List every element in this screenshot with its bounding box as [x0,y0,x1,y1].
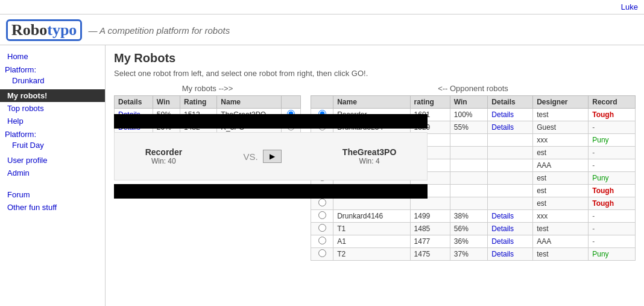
opp-robot-rating: 1477 [410,235,450,248]
user-link[interactable]: Luke [621,2,638,11]
col-win-my: Win [153,96,180,109]
opp-robot-radio[interactable] [311,235,333,248]
sidebar-item-help[interactable]: Help [0,115,105,127]
opp-robot-win [450,197,488,210]
opp-robot-name: Drunkard4146 [333,210,410,223]
go-button[interactable]: ▶ [263,150,282,163]
opp-robot-win: 37% [450,248,488,261]
opp-details-link[interactable]: Details [491,123,514,132]
col-win-opp: Win [450,96,488,109]
opp-robot-record: - [589,223,636,235]
tagline: — A competition platform for robots [88,25,230,36]
battle-middle: Recorder Win: 40 VS. ▶ TheGreat3PO Win: … [114,132,428,180]
opp-robot-record: - [589,235,636,248]
vs-text: VS. [243,151,257,162]
opp-robot-record: - [589,210,636,223]
col-rating-opp: rating [410,96,450,109]
opp-robot-row: T2 1475 37% Details test Puny [311,248,636,261]
opp-robot-details[interactable]: Details [488,210,533,223]
top-bar: Luke [0,0,644,14]
opp-robot-designer: AAA [533,159,589,172]
sidebar-platform2-link[interactable]: Fruit Day [5,139,100,151]
opp-robot-details[interactable] [488,159,533,172]
opp-robot-designer: xxx [533,210,589,223]
opp-robot-radio[interactable] [311,248,333,261]
opp-robot-record: Tough [589,197,636,210]
opp-robot-win: 100% [450,109,488,121]
opp-robot-win [450,134,488,147]
opp-robot-win: 36% [450,235,488,248]
sidebar-platform1-link[interactable]: Drunkard [5,74,100,87]
right-robot-wins: Win: 4 [343,157,396,165]
left-robot-wins: Win: 40 [145,157,182,165]
vs-area: VS. ▶ [243,150,281,163]
sidebar-item-forum[interactable]: Forum [0,188,105,201]
opp-robot-details[interactable] [488,197,533,210]
opp-robot-details[interactable] [488,185,533,197]
left-robot: Recorder Win: 40 [145,147,182,165]
sidebar-item-top-robots[interactable]: Top robots [0,102,105,115]
opp-robot-rating: 1485 [410,223,450,235]
col-name-my: Name [217,96,282,109]
opp-robot-designer: test [533,109,589,121]
opp-robot-name: T1 [333,223,410,235]
opp-robot-rating: 1499 [410,210,450,223]
opp-robot-details[interactable] [488,172,533,185]
opp-robot-rating [410,197,450,210]
opp-robot-details[interactable] [488,147,533,159]
opp-robot-win [450,185,488,197]
sidebar-item-home[interactable]: Home [0,50,105,63]
opp-robot-record: Tough [589,109,636,121]
battle-bar-bottom [114,184,428,199]
col-designer-opp: Designer [533,96,589,109]
opp-robot-record: Puny [589,248,636,261]
opp-robot-record: Tough [589,185,636,197]
opp-robot-details[interactable] [488,134,533,147]
sidebar-item-user-profile[interactable]: User profile [0,154,105,167]
sidebar-platform1: Platform: Drunkard [0,63,105,89]
opp-robot-record: Puny [589,134,636,147]
opp-robot-radio[interactable] [311,197,333,210]
opp-details-link[interactable]: Details [491,212,514,220]
opp-details-link[interactable]: Details [491,237,514,246]
opp-details-link[interactable]: Details [491,225,514,233]
opp-robot-win [450,147,488,159]
battle-overlay: Recorder Win: 40 VS. ▶ TheGreat3PO Win: … [114,114,428,199]
opp-robot-record: - [589,147,636,159]
page-title: My Robots [114,51,636,65]
opp-robot-win: 55% [450,121,488,134]
opp-robot-row: T1 1485 56% Details test - [311,223,636,235]
sidebar-item-admin[interactable]: Admin [0,167,105,179]
layout: Home Platform: Drunkard My robots! Top r… [0,45,644,306]
sidebar-item-my-robots[interactable]: My robots! [0,89,105,102]
opp-robot-name: T2 [333,248,410,261]
sidebar: Home Platform: Drunkard My robots! Top r… [0,45,106,306]
col-details-opp: Details [488,96,533,109]
opp-robot-details[interactable]: Details [488,235,533,248]
sidebar-platform2: Platform: Fruit Day [0,127,105,154]
opp-robot-details[interactable]: Details [488,248,533,261]
opp-robot-details[interactable]: Details [488,109,533,121]
opp-robot-designer: est [533,197,589,210]
opp-robot-designer: est [533,147,589,159]
opp-robot-details[interactable]: Details [488,223,533,235]
page-subtitle: Select one robot from left, and select o… [114,69,636,78]
opp-robot-details[interactable]: Details [488,121,533,134]
main-content: My Robots Select one robot from left, an… [106,45,644,306]
opp-robot-row: A1 1477 36% Details AAA - [311,235,636,248]
robots-and-battle: My robots -->> Details Win Rating Name [114,84,636,261]
opp-robot-name: A1 [333,235,410,248]
col-radio-opp [311,96,333,109]
col-name-opp: Name [333,96,410,109]
opp-robot-record: - [589,159,636,172]
opp-details-link[interactable]: Details [491,110,514,119]
header: Robotypo — A competition platform for ro… [0,14,644,45]
opp-details-link[interactable]: Details [491,250,514,258]
opp-robot-rating: 1475 [410,248,450,261]
opp-robot-radio[interactable] [311,210,333,223]
col-details-my: Details [115,96,153,109]
sidebar-item-other-fun-stuff[interactable]: Other fun stuff [0,201,105,214]
opponent-robots-title: <-- Opponent robots [311,84,636,93]
opp-robot-record: - [589,121,636,134]
opp-robot-radio[interactable] [311,223,333,235]
